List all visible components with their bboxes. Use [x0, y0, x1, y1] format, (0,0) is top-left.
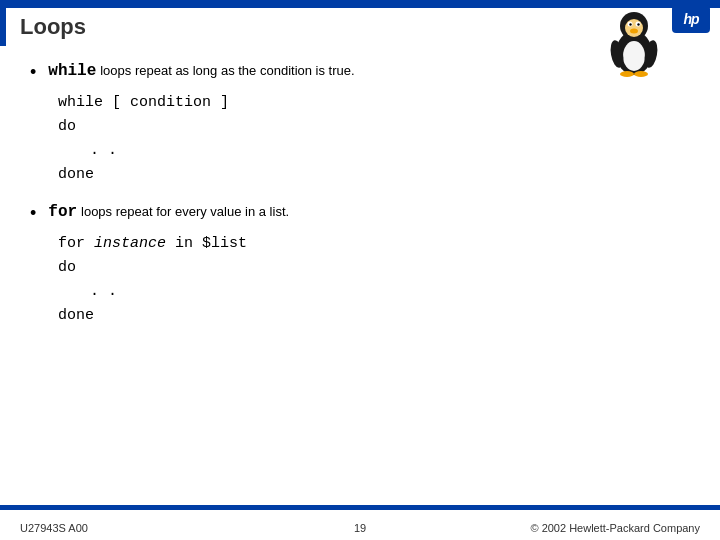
bullet-for-section: • for loops repeat for every value in a … [30, 201, 700, 224]
svg-point-8 [630, 29, 638, 34]
while-code-line-3: . . [90, 139, 700, 163]
for-code-line-1: for instance in $list [58, 232, 700, 256]
while-code-line-4: done [58, 163, 700, 187]
page-title: Loops [20, 14, 86, 40]
bullet-while-section: • while loops repeat as long as the cond… [30, 60, 700, 83]
svg-point-7 [637, 23, 639, 25]
for-code-line-3: . . [90, 280, 700, 304]
main-content: • while loops repeat as long as the cond… [30, 60, 700, 490]
footer-right: © 2002 Hewlett-Packard Company [530, 522, 700, 534]
svg-point-3 [625, 19, 643, 37]
while-code-line-2: do [58, 115, 700, 139]
bullet-point-2: • [30, 203, 36, 224]
for-code-line-4: done [58, 304, 700, 328]
for-code-block: for instance in $list do . . done [58, 232, 700, 328]
while-code-block: while [ condition ] do . . done [58, 91, 700, 187]
for-code-line-2: do [58, 256, 700, 280]
bullet-point-1: • [30, 62, 36, 83]
for-keyword: for [48, 203, 77, 221]
footer-left: U27943S A00 [20, 522, 88, 534]
for-description: for loops repeat for every value in a li… [48, 201, 289, 223]
hp-logo-area: hp [672, 5, 710, 33]
while-code-line-1: while [ condition ] [58, 91, 700, 115]
while-desc-text: loops repeat as long as the condition is… [100, 63, 354, 78]
footer-center: 19 [354, 522, 366, 534]
title-accent [0, 8, 6, 46]
svg-point-6 [629, 23, 631, 25]
hp-logo: hp [672, 5, 710, 33]
while-keyword: while [48, 62, 96, 80]
while-description: while loops repeat as long as the condit… [48, 60, 354, 82]
top-bar [0, 0, 720, 8]
bottom-bar [0, 505, 720, 510]
for-desc-text: loops repeat for every value in a list. [81, 204, 289, 219]
